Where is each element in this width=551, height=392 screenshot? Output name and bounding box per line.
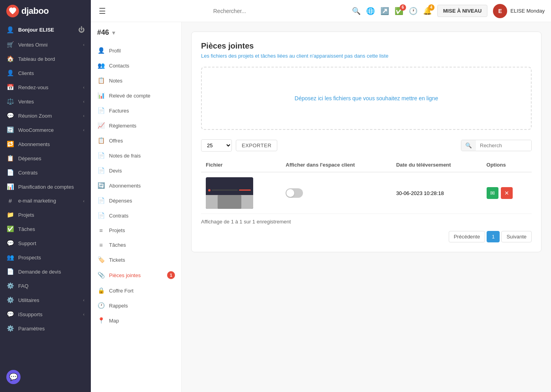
sub-nav-item-releve-compte[interactable]: 📊 Relevé de compte — [91, 88, 181, 103]
power-icon[interactable]: ⏻ — [78, 26, 85, 34]
user-menu[interactable]: E ELISE Monday — [493, 4, 545, 18]
sidebar-icon-faq: ⚙️ — [6, 282, 14, 289]
sub-nav-item-tickets[interactable]: 🏷️ Tickets — [91, 252, 181, 267]
sub-nav-icon-abonnements: 🔄 — [97, 182, 105, 189]
sidebar-label-contrats: Contrats — [18, 170, 85, 176]
sidebar-item-projets[interactable]: 📁 Projets — [0, 208, 91, 222]
sidebar-item-abonnements[interactable]: 🔁 Abonnements — [0, 137, 91, 151]
sidebar-item-utilitaires[interactable]: ⚙️ Utilitaires ‹ — [0, 293, 91, 307]
sub-nav-item-reglements[interactable]: 📈 Règlements — [91, 118, 181, 133]
sidebar-icon-ventes: ⚖️ — [6, 98, 14, 105]
sidebar-item-ventes[interactable]: ⚖️ Ventes ‹ — [0, 94, 91, 109]
sidebar-item-faq[interactable]: ⚙️ FAQ — [0, 279, 91, 293]
sidebar-icon-clients: 👤 — [6, 69, 14, 77]
table-search-input[interactable] — [476, 140, 531, 151]
drop-zone[interactable]: Déposez ici les fichiers que vous souhai… — [201, 67, 532, 130]
sidebar-item-email-marketing[interactable]: # e-mail marketing ‹ — [0, 194, 91, 208]
sub-nav-item-rappels[interactable]: 🕐 Rappels — [91, 298, 181, 313]
current-page-button[interactable]: 1 — [487, 231, 500, 242]
drop-zone-text: Déposez ici les fichiers que vous souhai… — [295, 95, 438, 101]
sub-nav-item-contrats[interactable]: 📄 Contrats — [91, 208, 181, 223]
sidebar-item-contrats[interactable]: 📄 Contrats — [0, 165, 91, 180]
sub-nav-icon-devis: 📄 — [97, 167, 105, 174]
sidebar-item-tableau-de-bord[interactable]: 🏠 Tableau de bord — [0, 52, 91, 66]
sidebar-item-woocommerce[interactable]: 🔄 WooCommerce ‹ — [0, 123, 91, 137]
sub-nav-icon-rappels: 🕐 — [97, 302, 105, 309]
search-input[interactable] — [190, 8, 269, 14]
sidebar-label-utilitaires: Utilitaires — [18, 297, 79, 303]
sub-nav-item-abonnements[interactable]: 🔄 Abonnements — [91, 178, 181, 193]
table-toolbar: 102550100 EXPORTER 🔍 — [201, 139, 532, 152]
notification-badge: 4 — [428, 4, 434, 11]
sidebar-item-prospects[interactable]: 👥 Prospects — [0, 250, 91, 264]
sub-nav-item-notes-frais[interactable]: 📄 Notes de frais — [91, 148, 181, 163]
sidebar-label-woocommerce: WooCommerce — [18, 127, 79, 133]
upgrade-button[interactable]: MISE À NIVEAU — [437, 5, 488, 17]
sidebar-item-rendez-vous[interactable]: 📅 Rendez-vous ‹ — [0, 80, 91, 94]
sidebar-item-clients[interactable]: 👤 Clients — [0, 66, 91, 80]
sub-nav-item-devis[interactable]: 📄 Devis — [91, 163, 181, 178]
next-page-button[interactable]: Suivante — [501, 231, 532, 242]
sidebar-icon-reunion-zoom: 💬 — [6, 112, 14, 119]
download-button[interactable]: ✉ — [487, 187, 498, 199]
sub-nav-item-projets[interactable]: ≡ Projets — [91, 223, 181, 238]
logo-icon — [6, 5, 19, 17]
sidebar-item-ventes-omni[interactable]: 🛒 Ventes Omni ‹ — [0, 38, 91, 52]
export-button[interactable]: EXPORTER — [236, 140, 277, 151]
sub-nav-item-taches[interactable]: ≡ Tâches — [91, 238, 181, 252]
sidebar-item-depenses[interactable]: 📋 Dépenses — [0, 151, 91, 165]
globe-icon[interactable]: 🌐 — [366, 7, 375, 15]
delete-button[interactable]: ✕ — [501, 187, 513, 199]
sub-nav-label-map: Map — [109, 318, 175, 324]
sidebar-item-isupports[interactable]: 💬 iSsupports ‹ — [0, 307, 91, 321]
search-container — [112, 8, 347, 14]
sub-nav-icon-contrats: 📄 — [97, 212, 105, 219]
sidebar-item-support[interactable]: 💬 Support — [0, 236, 91, 250]
sub-nav-item-factures[interactable]: 📄 Factures — [91, 103, 181, 118]
sub-nav-label-contrats: Contrats — [109, 213, 175, 219]
sub-nav-label-taches: Tâches — [109, 242, 175, 248]
prev-page-button[interactable]: Précédente — [449, 231, 485, 242]
sidebar-item-demande-devis[interactable]: 📄 Demande de devis — [0, 264, 91, 279]
table-search-icon[interactable]: 🔍 — [461, 140, 476, 151]
sidebar-arrow-ventes: ‹ — [83, 99, 85, 104]
col-header-fichier: Fichier — [201, 158, 281, 172]
per-page-select[interactable]: 102550100 — [201, 139, 232, 152]
sub-nav-item-pieces-jointes[interactable]: 📎 Pièces jointes 1 — [91, 267, 181, 283]
search-icon-btn[interactable]: 🔍 — [352, 7, 361, 15]
sidebar-arrow-utilitaires: ‹ — [83, 298, 85, 302]
sub-nav-label-notes-frais: Notes de frais — [109, 153, 175, 159]
sidebar-item-reunion-zoom[interactable]: 💬 Réunion Zoom ‹ — [0, 109, 91, 123]
sidebar-arrow-isupports: ‹ — [83, 312, 85, 317]
sidebar-item-planification[interactable]: 📊 Planification de comptes — [0, 180, 91, 194]
table-info: Affichage de 1 à 1 sur 1 enregistrement — [201, 219, 532, 225]
chat-button[interactable]: 💬 — [6, 370, 21, 384]
sub-nav-item-profil[interactable]: 👤 Profil — [91, 43, 181, 58]
sub-nav-item-notes[interactable]: 📋 Notes — [91, 73, 181, 88]
sub-nav-item-offres[interactable]: 📋 Offres — [91, 133, 181, 148]
sidebar-label-ventes-omni: Ventes Omni — [18, 42, 79, 48]
notification-icon[interactable]: 🔔 4 — [423, 7, 432, 15]
sub-nav-item-depenses[interactable]: 📄 Dépenses — [91, 193, 181, 208]
visibility-toggle[interactable] — [286, 188, 303, 198]
tasks-icon[interactable]: ✅ 6 — [395, 7, 403, 15]
sidebar-item-parametres[interactable]: ⚙️ Paramètres — [0, 321, 91, 336]
sidebar-label-reunion-zoom: Réunion Zoom — [18, 113, 79, 119]
sidebar-label-demande-devis: Demande de devis — [18, 269, 85, 275]
sub-nav-icon-notes-frais: 📄 — [97, 152, 105, 159]
logo: djaboo — [6, 5, 49, 17]
menu-hamburger[interactable]: ☰ — [97, 5, 107, 17]
user-greeting: Bonjour ELISE — [18, 27, 54, 33]
clock-icon[interactable]: 🕐 — [409, 7, 417, 15]
sub-nav-header: #46 ▾ — [91, 28, 181, 43]
sub-nav-item-contacts[interactable]: 👥 Contacts — [91, 58, 181, 73]
content-card: Pièces jointes Les fichiers des projets … — [191, 32, 542, 252]
sidebar-arrow-email-marketing: ‹ — [83, 199, 85, 203]
sub-nav-icon-projets: ≡ — [97, 227, 105, 234]
sub-nav-item-coffre-fort[interactable]: 🔒 Coffre Fort — [91, 283, 181, 298]
record-dropdown-arrow[interactable]: ▾ — [112, 30, 115, 36]
date-cell: 30-06-2023 10:28:18 — [391, 172, 482, 214]
share-icon[interactable]: ↗️ — [380, 7, 389, 15]
sub-nav-item-map[interactable]: 📍 Map — [91, 313, 181, 328]
sidebar-item-taches[interactable]: ✅ Tâches — [0, 222, 91, 236]
